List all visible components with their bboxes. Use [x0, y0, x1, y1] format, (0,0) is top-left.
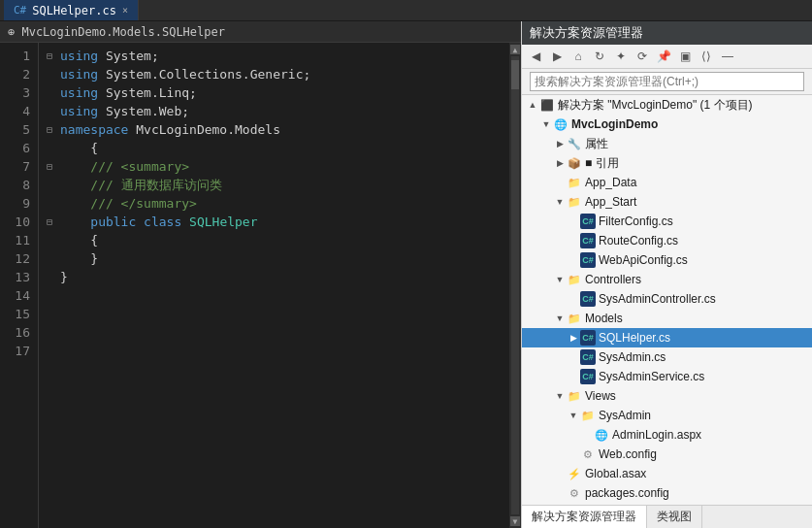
forward-toolbar-btn[interactable]: ▶	[547, 47, 567, 66]
collapse-icon[interactable]: ⊟	[47, 213, 58, 231]
tree-arrow-icon[interactable]: ▶	[553, 154, 567, 172]
ref-icon: 📦	[567, 155, 582, 171]
line-number: 12	[8, 249, 30, 268]
tree-arrow-icon[interactable]: ▶	[553, 135, 567, 152]
token: <summary>	[114, 157, 189, 176]
tree-item-app_start[interactable]: ▼📁App_Start	[522, 192, 812, 212]
code-toolbar-btn[interactable]: ⟨⟩	[697, 47, 716, 66]
tree-item-adminlogin[interactable]: 🌐AdminLogin.aspx	[522, 425, 812, 445]
code-line: /// </summary>	[47, 194, 502, 213]
tree-item-references[interactable]: ▶📦■ 引用	[522, 153, 812, 173]
tree-item-packages[interactable]: ⚙packages.config	[522, 483, 812, 503]
collapse-icon[interactable]: ⊟	[47, 47, 58, 65]
tab-close-btn[interactable]: ×	[122, 5, 128, 16]
token: System.Linq;	[98, 83, 197, 102]
tree-item-models[interactable]: ▼📁Models	[522, 309, 812, 328]
tree-item-app_data[interactable]: 📁App_Data	[522, 173, 812, 192]
code-line: ⊟using System;	[47, 47, 502, 65]
tree-arrow-icon[interactable]: ▶	[567, 329, 580, 346]
token: using	[60, 65, 98, 83]
editor-scrollbar[interactable]: ▲ ▼	[509, 43, 521, 528]
tree-item-sysadmin[interactable]: C#SysAdmin.cs	[522, 347, 812, 367]
refresh2-toolbar-btn[interactable]: ⟳	[633, 47, 652, 66]
tree-item-sysadminctrl[interactable]: C#SysAdminController.cs	[522, 289, 812, 309]
tree-item-properties[interactable]: ▶🔧属性	[522, 134, 812, 153]
token: using	[60, 83, 98, 102]
back-toolbar-btn[interactable]: ◀	[526, 47, 545, 66]
token: class	[136, 213, 189, 231]
sol-bottom-tab-1[interactable]: 类视图	[647, 506, 702, 528]
line-number: 17	[8, 342, 30, 360]
tree-item-global[interactable]: ⚡Global.asax	[522, 464, 812, 483]
layout-toolbar-btn[interactable]: ▣	[675, 47, 695, 66]
line-number: 4	[8, 102, 30, 120]
tree-item-label: SysAdmin.cs	[599, 348, 666, 366]
token: SQLHelper	[189, 213, 257, 231]
tree-item-sqlhelper[interactable]: ▶C#SQLHelper.cs	[522, 328, 812, 347]
tree-arrow-icon[interactable]: ▲	[526, 96, 539, 114]
tree-item-filterconfig[interactable]: C#FilterConfig.cs	[522, 212, 812, 231]
collapse-icon[interactable]: ⊟	[47, 120, 58, 139]
code-line: using System.Web;	[47, 102, 502, 120]
code-line: using System.Linq;	[47, 83, 502, 102]
tree-item-label: SQLHelper.cs	[599, 329, 670, 346]
tree-arrow-icon[interactable]: ▼	[553, 193, 567, 211]
tree-item-webapiconfig[interactable]: C#WebApiConfig.cs	[522, 250, 812, 270]
scroll-down-btn[interactable]: ▼	[510, 516, 520, 526]
line-number: 15	[8, 305, 30, 323]
sol-search-input[interactable]	[530, 72, 804, 91]
config-icon: ⚙	[567, 485, 582, 501]
sol-bottom-tabs: 解决方案资源管理器类视图	[522, 505, 812, 528]
tree-item-label: 属性	[585, 135, 608, 152]
tree-arrow-icon[interactable]: ▼	[539, 116, 553, 133]
sol-header-label: 解决方案资源管理器	[530, 25, 643, 40]
folder-icon: 📁	[567, 272, 582, 287]
line-number: 5	[8, 120, 30, 139]
scroll-track[interactable]	[511, 56, 519, 514]
minus-toolbar-btn[interactable]: —	[718, 47, 737, 66]
settings1-toolbar-btn[interactable]: ✦	[611, 47, 631, 66]
scroll-up-btn[interactable]: ▲	[510, 45, 520, 54]
tree-item-label: RouteConfig.cs	[599, 232, 678, 249]
tree-item-controllers[interactable]: ▼📁Controllers	[522, 270, 812, 289]
cs-icon: C#	[580, 291, 596, 307]
home-toolbar-btn[interactable]: ⌂	[568, 47, 588, 66]
tree-item-solution[interactable]: ▲⬛解决方案 "MvcLoginDemo" (1 个项目)	[522, 95, 812, 115]
tree-item-webconfig_views[interactable]: ⚙Web.config	[522, 445, 812, 464]
sol-bottom-tab-0[interactable]: 解决方案资源管理器	[522, 506, 647, 528]
line-number: 8	[8, 176, 30, 194]
tree-item-sysadminservice[interactable]: C#SysAdminService.cs	[522, 367, 812, 386]
cs-icon: C#	[580, 349, 596, 365]
tree-item-label: ■ 引用	[585, 154, 619, 172]
sol-tree[interactable]: ▲⬛解决方案 "MvcLoginDemo" (1 个项目)▼🌐MvcLoginD…	[522, 95, 812, 505]
scroll-thumb[interactable]	[511, 60, 519, 89]
token: {	[60, 139, 98, 157]
code-lines[interactable]: ⊟using System;using System.Collections.G…	[39, 43, 509, 528]
tree-item-label: MvcLoginDemo	[571, 116, 658, 133]
collapse-icon[interactable]: ⊟	[47, 157, 58, 176]
line-number: 1	[8, 47, 30, 65]
token: ///	[60, 176, 114, 194]
tree-arrow-icon[interactable]: ▼	[553, 387, 567, 405]
tree-item-sysadmin_folder[interactable]: ▼📁SysAdmin	[522, 406, 812, 425]
token: MvcLoginDemo.Models	[128, 120, 280, 139]
cs-icon: C#	[580, 369, 596, 384]
tree-item-views[interactable]: ▼📁Views	[522, 386, 812, 406]
tree-item-label: SysAdminService.cs	[599, 368, 704, 385]
refresh1-toolbar-btn[interactable]: ↻	[590, 47, 609, 66]
tree-item-label: WebApiConfig.cs	[599, 251, 688, 269]
pin-toolbar-btn[interactable]: 📌	[654, 47, 673, 66]
tree-arrow-icon[interactable]: ▼	[553, 271, 567, 288]
line-number: 2	[8, 65, 30, 83]
tree-item-label: 解决方案 "MvcLoginDemo" (1 个项目)	[558, 96, 753, 114]
code-line: }	[47, 268, 502, 286]
tree-item-label: packages.config	[585, 484, 669, 502]
tree-item-routeconfig[interactable]: C#RouteConfig.cs	[522, 231, 812, 250]
tree-item-label: AdminLogin.aspx	[612, 426, 701, 444]
tree-arrow-icon[interactable]: ▼	[553, 310, 567, 327]
tree-arrow-icon[interactable]: ▼	[567, 407, 580, 424]
tree-item-label: App_Start	[585, 193, 636, 211]
editor-tab[interactable]: C# SQLHelper.cs ×	[4, 0, 139, 20]
folder-icon: 📁	[567, 388, 582, 404]
tree-item-project[interactable]: ▼🌐MvcLoginDemo	[522, 115, 812, 134]
